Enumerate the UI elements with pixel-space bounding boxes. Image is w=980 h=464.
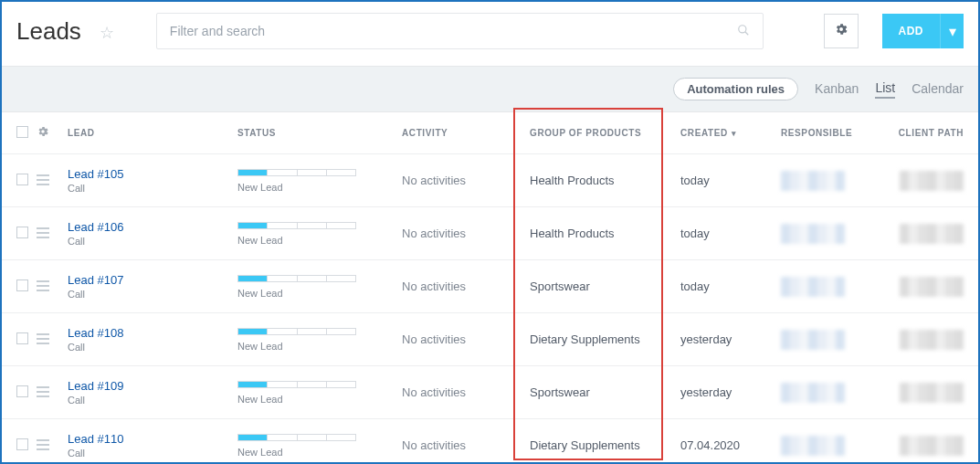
- row-menu-button[interactable]: [37, 174, 68, 188]
- add-dropdown-button[interactable]: ▾: [940, 14, 964, 48]
- created-cell: yesterday: [680, 385, 781, 399]
- responsible-cell: [781, 383, 845, 403]
- svg-line-1: [744, 31, 748, 35]
- add-button[interactable]: ADD: [882, 14, 941, 48]
- row-checkbox[interactable]: [16, 438, 28, 450]
- search-box[interactable]: [156, 13, 764, 49]
- lead-link[interactable]: Lead #105: [68, 167, 237, 181]
- status-progress[interactable]: [237, 434, 356, 441]
- table-row: Lead #109CallNew LeadNo activitiesSports…: [2, 366, 978, 419]
- responsible-cell: [781, 436, 845, 456]
- col-header-created[interactable]: CREATED ▾: [680, 128, 781, 138]
- client-path-cell: [900, 436, 964, 456]
- responsible-cell: [781, 277, 845, 297]
- row-menu-button[interactable]: [37, 438, 68, 453]
- activity-cell: No activities: [402, 332, 530, 346]
- activity-cell: No activities: [402, 174, 530, 187]
- activity-cell: No activities: [402, 227, 530, 240]
- lead-subtype: Call: [68, 395, 237, 406]
- group-cell: Health Products: [530, 174, 680, 187]
- client-path-cell: [900, 277, 964, 297]
- status-progress[interactable]: [237, 275, 356, 282]
- automation-rules-button[interactable]: Automation rules: [673, 78, 798, 100]
- status-progress[interactable]: [237, 381, 356, 388]
- status-label: New Lead: [237, 447, 402, 458]
- client-path-cell: [900, 171, 964, 191]
- group-cell: Health Products: [530, 227, 680, 240]
- status-progress[interactable]: [237, 328, 356, 335]
- status-label: New Lead: [237, 394, 402, 405]
- group-cell: Sportswear: [530, 279, 680, 293]
- status-label: New Lead: [237, 341, 402, 352]
- client-path-cell: [900, 224, 964, 244]
- lead-subtype: Call: [68, 289, 237, 300]
- group-cell: Dietary Supplements: [530, 438, 680, 452]
- view-tab-calendar[interactable]: Calendar: [912, 81, 964, 98]
- table-row: Lead #110CallNew LeadNo activitiesDietar…: [2, 419, 978, 464]
- row-menu-button[interactable]: [37, 332, 68, 347]
- table-header: LEAD STATUS ACTIVITY GROUP OF PRODUCTS C…: [2, 112, 978, 154]
- created-cell: today: [680, 227, 781, 240]
- search-input[interactable]: [170, 24, 737, 38]
- status-progress[interactable]: [237, 169, 356, 176]
- col-header-activity[interactable]: ACTIVITY: [402, 128, 530, 138]
- row-checkbox[interactable]: [16, 174, 28, 185]
- page-title: Leads: [16, 17, 81, 46]
- leads-table: LEAD STATUS ACTIVITY GROUP OF PRODUCTS C…: [2, 112, 978, 464]
- table-row: Lead #106CallNew LeadNo activitiesHealth…: [2, 207, 978, 260]
- created-cell: yesterday: [680, 332, 781, 346]
- lead-subtype: Call: [68, 448, 237, 459]
- row-checkbox[interactable]: [16, 385, 28, 397]
- status-progress[interactable]: [237, 222, 356, 229]
- responsible-cell: [781, 224, 845, 244]
- created-cell: today: [680, 174, 781, 187]
- created-cell: 07.04.2020: [680, 438, 781, 452]
- lead-link[interactable]: Lead #106: [68, 220, 237, 234]
- favorite-star-icon[interactable]: ☆: [100, 23, 114, 43]
- settings-button[interactable]: [824, 14, 859, 48]
- row-menu-button[interactable]: [37, 279, 68, 294]
- view-tab-kanban[interactable]: Kanban: [815, 81, 859, 98]
- table-row: Lead #105CallNew LeadNo activitiesHealth…: [2, 154, 978, 207]
- lead-subtype: Call: [68, 342, 237, 353]
- col-header-created-label: CREATED: [680, 128, 728, 138]
- col-header-group[interactable]: GROUP OF PRODUCTS: [530, 128, 680, 138]
- activity-cell: No activities: [402, 385, 530, 399]
- col-header-status[interactable]: STATUS: [237, 128, 402, 138]
- table-row: Lead #107CallNew LeadNo activitiesSports…: [2, 260, 978, 313]
- row-menu-button[interactable]: [37, 227, 68, 241]
- sort-desc-icon: ▾: [732, 129, 737, 138]
- responsible-cell: [781, 171, 845, 191]
- row-menu-button[interactable]: [37, 385, 68, 400]
- activity-cell: No activities: [402, 438, 530, 452]
- gear-icon: [834, 22, 848, 40]
- view-tab-list[interactable]: List: [875, 80, 895, 99]
- row-checkbox[interactable]: [16, 332, 28, 344]
- lead-subtype: Call: [68, 236, 237, 247]
- lead-link[interactable]: Lead #110: [68, 432, 237, 446]
- table-row: Lead #108CallNew LeadNo activitiesDietar…: [2, 313, 978, 366]
- client-path-cell: [900, 383, 964, 403]
- created-cell: today: [680, 279, 781, 293]
- col-header-client-path[interactable]: CLIENT PATH: [890, 128, 964, 138]
- svg-point-0: [738, 25, 745, 32]
- col-header-lead[interactable]: LEAD: [68, 128, 237, 138]
- col-header-responsible[interactable]: RESPONSIBLE: [781, 128, 890, 138]
- search-icon[interactable]: [737, 24, 750, 39]
- lead-link[interactable]: Lead #109: [68, 379, 237, 393]
- status-label: New Lead: [237, 182, 402, 193]
- row-checkbox[interactable]: [16, 279, 28, 291]
- status-label: New Lead: [237, 235, 402, 246]
- client-path-cell: [900, 330, 964, 350]
- row-checkbox[interactable]: [16, 227, 28, 238]
- group-cell: Sportswear: [530, 385, 680, 399]
- group-cell: Dietary Supplements: [530, 332, 680, 346]
- responsible-cell: [781, 330, 845, 350]
- select-all-checkbox[interactable]: [16, 126, 28, 138]
- status-label: New Lead: [237, 288, 402, 299]
- chevron-down-icon: ▾: [949, 23, 956, 40]
- column-settings-button[interactable]: [37, 125, 68, 141]
- lead-link[interactable]: Lead #107: [68, 273, 237, 287]
- lead-subtype: Call: [68, 183, 237, 194]
- lead-link[interactable]: Lead #108: [68, 326, 237, 340]
